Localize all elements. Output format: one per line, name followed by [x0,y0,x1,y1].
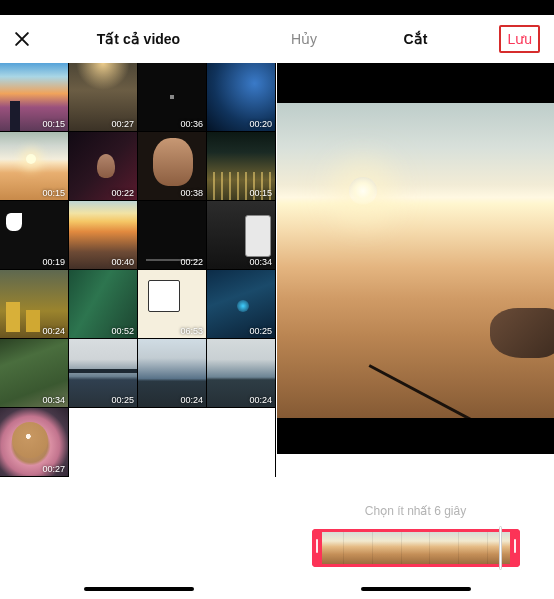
video-thumb[interactable]: 00:20 [207,63,276,132]
thumb-duration: 00:40 [111,257,134,267]
status-bar-area [277,0,554,15]
video-grid: 00:1500:2700:3600:2000:1500:2200:3800:15… [0,63,277,477]
thumb-duration: 00:19 [42,257,65,267]
gallery-title: Tất cả video [97,31,180,47]
timeline-frame [430,532,459,564]
thumb-duration: 00:24 [180,395,203,405]
video-gallery-pane: Tất cả video 00:1500:2700:3600:2000:1500… [0,0,277,599]
trim-title: Cắt [404,31,428,47]
video-thumb[interactable]: 00:15 [0,63,69,132]
video-thumb[interactable]: 00:52 [69,270,138,339]
timeline-frames [316,532,516,564]
timeline-frame [402,532,431,564]
stick-shape [369,364,485,418]
close-button[interactable] [12,29,32,49]
trim-header: Hủy Cắt Lưu [277,15,554,63]
video-thumb[interactable]: 00:22 [138,201,207,270]
thumb-duration: 00:34 [42,395,65,405]
timeline-frame [373,532,402,564]
thumb-duration: 00:52 [111,326,134,336]
duration-hint: Chọn ít nhất 6 giây [277,504,554,518]
empty-cell [138,408,207,477]
home-indicator [361,587,471,591]
status-bar-area [0,0,277,15]
trim-handle-left[interactable] [312,529,322,567]
thumb-duration: 00:25 [249,326,272,336]
video-thumb[interactable]: 00:25 [69,339,138,408]
video-thumb[interactable]: 00:36 [138,63,207,132]
thumb-duration: 06:53 [180,326,203,336]
gallery-header: Tất cả video [0,15,277,63]
video-thumb[interactable]: 00:19 [0,201,69,270]
thumb-duration: 00:38 [180,188,203,198]
thumb-duration: 00:24 [42,326,65,336]
thumb-duration: 00:34 [249,257,272,267]
timeline-frame [344,532,373,564]
video-thumb[interactable]: 00:24 [0,270,69,339]
thumb-duration: 00:22 [111,188,134,198]
video-thumb[interactable]: 00:15 [207,132,276,201]
video-thumb[interactable]: 00:40 [69,201,138,270]
video-thumb[interactable]: 00:27 [0,408,69,477]
thumb-duration: 00:22 [180,257,203,267]
playhead-marker[interactable] [499,526,502,570]
video-thumb[interactable]: 00:38 [138,132,207,201]
video-preview[interactable] [277,103,554,418]
preview-area [277,63,554,454]
empty-cell [207,408,276,477]
thumb-duration: 00:15 [42,188,65,198]
video-thumb[interactable]: 00:24 [138,339,207,408]
empty-cell [69,408,138,477]
video-thumb[interactable]: 06:53 [138,270,207,339]
video-thumb[interactable]: 00:25 [207,270,276,339]
video-thumb[interactable]: 00:34 [207,201,276,270]
save-button-highlight[interactable]: Lưu [499,25,540,53]
video-thumb[interactable]: 00:27 [69,63,138,132]
sun-icon [349,177,377,205]
thumb-duration: 00:20 [249,119,272,129]
trim-pane: Hủy Cắt Lưu Chọn ít nhất 6 giây [277,0,554,599]
trim-timeline[interactable] [316,532,516,564]
thumb-duration: 00:15 [249,188,272,198]
home-indicator [84,587,194,591]
timeline-frame [459,532,488,564]
thumb-duration: 00:36 [180,119,203,129]
save-button-label: Lưu [507,31,532,47]
video-thumb[interactable]: 00:34 [0,339,69,408]
trim-handle-right[interactable] [510,529,520,567]
thumb-duration: 00:15 [42,119,65,129]
thumb-duration: 00:24 [249,395,272,405]
thumb-duration: 00:27 [111,119,134,129]
video-thumb[interactable]: 00:22 [69,132,138,201]
cancel-button[interactable]: Hủy [291,31,317,47]
video-thumb[interactable]: 00:15 [0,132,69,201]
hand-shape [470,288,554,358]
video-thumb[interactable]: 00:24 [207,339,276,408]
thumb-duration: 00:27 [42,464,65,474]
thumb-duration: 00:25 [111,395,134,405]
